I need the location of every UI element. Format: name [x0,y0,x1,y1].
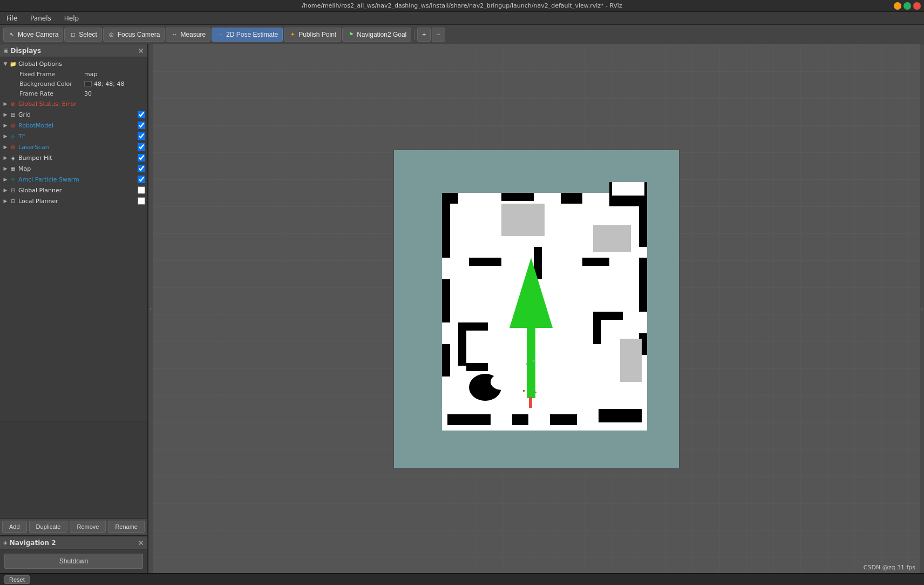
rename-button[interactable]: Rename [108,521,145,533]
amcl-label: Amcl Particle Swarm [18,176,137,183]
global-options-label: Global Options [18,60,145,68]
laser-scan-checkbox[interactable] [138,143,145,151]
svg-rect-4 [561,193,582,204]
expand-arrow: ▶ [2,100,9,107]
robot-model-checkbox[interactable] [138,122,145,129]
displays-tree: ▼ 📁 Global Options Fixed Frame map Backg… [0,57,147,421]
background-color-key: Background Color [19,80,84,88]
tree-item-map[interactable]: ▶ ▦ Map [0,163,147,174]
tree-item-local-planner[interactable]: ▶ ⊡ Local Planner [0,196,147,206]
svg-rect-28 [593,225,631,252]
grid-icon: ⊞ [9,110,17,119]
bumper-icon: ◈ [9,153,17,162]
tree-item-tf[interactable]: ▶ ⊹ TF [0,131,147,142]
displays-empty-area [0,421,147,518]
local-planner-icon: ⊡ [9,197,17,205]
viewport[interactable]: CSDN @zq 31 fps [153,44,920,573]
map-icon: ▦ [9,164,17,173]
planner-icon: ⊡ [9,186,17,194]
map-container [393,150,680,468]
select-icon: ◻ [69,31,77,38]
nav2-icon: ◈ [3,540,8,546]
toolbar: ↖ Move Camera ◻ Select ◎ Focus Camera ↔ … [0,25,924,44]
svg-rect-25 [593,312,601,344]
svg-rect-29 [620,339,642,382]
add-button[interactable]: Add [2,521,27,533]
duplicate-button[interactable]: Duplicate [29,521,68,533]
add-display-button[interactable]: + [417,28,431,42]
nav2-close-button[interactable]: ✕ [138,539,144,547]
bumper-hit-checkbox[interactable] [138,154,145,162]
bumper-hit-label: Bumper Hit [18,154,137,162]
publish-point-button[interactable]: ✦ Publish Point [284,28,341,42]
remove-display-button[interactable]: – [432,28,445,42]
tree-item-robot-model[interactable]: ▶ ⊘ RobotModel [0,120,147,131]
grid-checkbox[interactable] [138,111,145,118]
displays-panel: ▣ Displays ✕ ▼ 📁 Global Options Fixed Fr… [0,44,147,535]
global-status-label: Global Status: Error [18,100,145,107]
map-checkbox[interactable] [138,165,145,172]
shutdown-button[interactable]: Shutdown [4,554,143,569]
displays-panel-header: ▣ Displays ✕ [0,44,147,57]
svg-rect-38 [526,363,527,365]
tree-item-global-status[interactable]: ▶ ⊘ Global Status: Error [0,98,147,109]
svg-rect-11 [442,344,450,376]
grid-label: Grid [18,111,137,118]
minimize-button[interactable] [894,2,901,10]
svg-rect-12 [639,204,647,247]
tree-item-grid[interactable]: ▶ ⊞ Grid [0,109,147,120]
reset-button[interactable]: Reset [4,575,30,584]
svg-rect-15 [469,258,501,266]
focus-camera-icon: ◎ [108,31,116,38]
tf-checkbox[interactable] [138,132,145,140]
tree-item-laser-scan[interactable]: ▶ ⊘ LaserScan [0,142,147,152]
fps-display: CSDN @zq 31 fps [864,564,915,571]
right-collapse-handle[interactable]: › [920,44,924,573]
displays-close-button[interactable]: ✕ [138,46,144,55]
menu-help[interactable]: Help [60,14,83,23]
expand-arrow: ▶ [2,165,9,172]
remove-button[interactable]: Remove [70,521,106,533]
laser-icon: ⊘ [9,143,17,151]
displays-actions: Add Duplicate Remove Rename [0,518,147,535]
maximize-button[interactable] [903,2,911,10]
background-color-value: 48; 48; 48 [94,80,124,88]
tree-item-global-planner[interactable]: ▶ ⊡ Global Planner [0,185,147,196]
svg-rect-13 [639,258,647,312]
svg-rect-22 [458,322,466,366]
nav2-goal-button[interactable]: ⚑ Navigation2 Goal [342,28,411,42]
nav2-title: ◈ Navigation 2 [3,539,56,547]
svg-rect-37 [533,360,534,362]
svg-rect-21 [599,409,642,422]
2d-pose-icon: → [216,31,224,38]
focus-camera-button[interactable]: ◎ Focus Camera [103,28,165,42]
publish-point-icon: ✦ [289,31,296,38]
left-collapse-handle[interactable]: ‹ [148,44,153,573]
fixed-frame-value: map [84,71,97,78]
window-controls[interactable] [894,2,921,10]
measure-button[interactable]: ↔ Measure [166,28,210,42]
close-button[interactable] [913,2,921,10]
menu-panels[interactable]: Panels [26,14,56,23]
amcl-checkbox[interactable] [138,176,145,183]
fixed-frame-key: Fixed Frame [19,71,84,78]
global-planner-checkbox[interactable] [138,186,145,194]
2d-pose-button[interactable]: → 2D Pose Estimate [212,28,283,42]
frame-rate-value: 30 [84,90,92,97]
select-button[interactable]: ◻ Select [64,28,101,42]
move-camera-button[interactable]: ↖ Move Camera [3,28,63,42]
tree-item-bumper-hit[interactable]: ▶ ◈ Bumper Hit [0,152,147,163]
menu-file[interactable]: File [2,14,22,23]
local-planner-checkbox[interactable] [138,197,145,205]
svg-rect-24 [466,363,488,371]
svg-rect-3 [501,193,534,201]
svg-point-31 [491,374,512,390]
svg-rect-27 [501,204,545,236]
nav2-panel: ◈ Navigation 2 ✕ Shutdown [0,535,147,573]
particle-icon: ⁘ [9,175,17,184]
background-color-row: Background Color 48; 48; 48 [0,79,147,89]
tree-item-global-options[interactable]: ▼ 📁 Global Options [0,58,147,69]
svg-rect-35 [523,390,525,392]
robot-model-label: RobotModel [18,122,137,129]
tree-item-amcl[interactable]: ▶ ⁘ Amcl Particle Swarm [0,174,147,185]
